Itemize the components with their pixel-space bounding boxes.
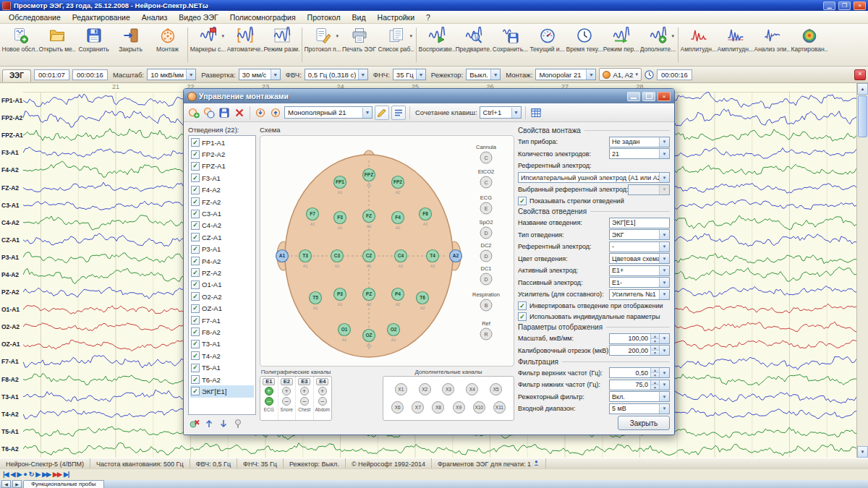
tabs-scroll-right-button[interactable]: ▶ xyxy=(12,480,22,488)
notch-select[interactable]: Выкл.▼ xyxy=(466,69,501,80)
scale-uv-mm-spinner[interactable]: 100,00▲▼▼ xyxy=(609,333,670,344)
aux-electrode-Respiration[interactable]: RespirationB xyxy=(472,291,500,311)
montage-list-button[interactable] xyxy=(391,106,406,120)
extra-channel-X3[interactable]: X3 xyxy=(442,383,454,395)
individual-params-checkbox[interactable]: ✓Использовать индивидуальные параметры xyxy=(518,312,670,322)
close-panel-button[interactable]: × xyxy=(854,69,866,80)
menu-item-5[interactable]: Протокол xyxy=(302,12,346,22)
lead-item-T6-A2[interactable]: ✓T6-A2 xyxy=(190,374,254,385)
electrode-A1[interactable]: A1 xyxy=(276,250,289,262)
toolbar-auto-analysis-button[interactable]: Автоматиче... xyxy=(226,25,263,65)
aux-electrode-DC1[interactable]: DC1D xyxy=(480,265,492,285)
calibration-segment-spinner[interactable]: 200,00▲▼▼ xyxy=(609,345,670,356)
toolbar-print-button[interactable]: Печать ЭЭГ xyxy=(341,25,378,65)
lead-item-FPZ-A1[interactable]: ✓FPZ-A1 xyxy=(190,160,254,172)
toolbar-protocol-button[interactable]: Протокол п...▾ xyxy=(304,25,341,65)
aux-electrode-Ref[interactable]: RefR xyxy=(480,320,492,340)
chevron-down-icon[interactable]: ▾ xyxy=(409,33,412,39)
amplifier-select[interactable]: Усилитель №1▼ xyxy=(609,289,670,300)
lead-checkbox[interactable]: ✓ xyxy=(191,328,200,336)
electrode-count-select[interactable]: 21▼ xyxy=(609,148,670,159)
lead-item-F3-A1[interactable]: ✓F3-A1 xyxy=(190,172,254,184)
menu-item-6[interactable]: Вид xyxy=(346,12,372,22)
lead-item-P4-A2[interactable]: ✓P4-A2 xyxy=(190,255,254,267)
close-button[interactable]: × xyxy=(854,1,866,10)
lead-reference-select[interactable]: -▼ xyxy=(609,241,670,252)
forward-button[interactable]: ▶▶ xyxy=(42,471,51,478)
extra-channel-X8[interactable]: X8 xyxy=(432,401,444,414)
scale-select[interactable]: 10 мкВ/мм▼ xyxy=(147,69,196,80)
extra-channel-X9[interactable]: X9 xyxy=(453,401,465,414)
aux-electrode-EtCO2[interactable]: EtCO2C xyxy=(478,168,495,188)
scroll-up-icon[interactable]: ▲ xyxy=(857,83,868,95)
toolbar-clock-button[interactable]: Время теку... xyxy=(566,25,603,65)
electrode-button[interactable] xyxy=(231,417,244,430)
poly-channel-E4[interactable]: E4+–Abdom xyxy=(314,377,332,420)
toolbar-save-fragment-button[interactable]: Сохранить... xyxy=(492,25,529,65)
lead-checkbox[interactable]: ✓ xyxy=(191,138,200,147)
chevron-down-icon[interactable]: ▾ xyxy=(221,33,224,39)
aux-electrode-DC2[interactable]: DC2D xyxy=(480,242,492,262)
scrollbar-thumb[interactable] xyxy=(858,95,867,137)
poly-plus-contact[interactable]: + xyxy=(265,387,273,395)
montage-table-button[interactable] xyxy=(529,106,542,119)
notch-filter-select[interactable]: Вкл.▼ xyxy=(609,391,670,402)
poly-channel-E1[interactable]: E1+–ECG xyxy=(260,377,278,420)
toolbar-markers-button[interactable]: Маркеры с...▾ xyxy=(190,25,226,65)
next-page-button[interactable]: ▶ xyxy=(35,471,40,478)
lead-checkbox[interactable]: ✓ xyxy=(191,210,200,218)
lead-item-FZ-A2[interactable]: ✓FZ-A2 xyxy=(190,196,254,207)
extra-channel-X2[interactable]: X2 xyxy=(419,383,431,395)
lead-item-T5-A1[interactable]: ✓T5-A1 xyxy=(190,361,254,373)
move-lead-up-button[interactable] xyxy=(203,417,216,430)
shortcut-select[interactable]: Ctrl+1 ▼ xyxy=(480,106,522,119)
lead-checkbox[interactable]: ✓ xyxy=(191,364,200,372)
toolbar-worklist-button[interactable]: Список раб...▾ xyxy=(378,25,414,65)
lead-item-P3-A1[interactable]: ✓P3-A1 xyxy=(190,244,254,255)
lead-checkbox[interactable]: ✓ xyxy=(191,245,200,254)
dialog-close-button[interactable]: × xyxy=(658,92,671,101)
hpf-select[interactable]: 0,5 Гц (0,318 с)▼ xyxy=(305,69,368,80)
sweep-select[interactable]: 30 мм/с▼ xyxy=(239,69,281,80)
lead-checkbox[interactable]: ✓ xyxy=(191,257,200,265)
play-button[interactable]: ▶ xyxy=(17,471,21,478)
toolbar-close-exam-button[interactable]: Закрыть xyxy=(112,25,149,65)
toolbar-montage-button[interactable]: Монтаж xyxy=(149,25,186,65)
toolbar-mapping-button[interactable]: Картирован... xyxy=(791,25,827,65)
lead-checkbox[interactable]: ✓ xyxy=(191,304,200,313)
poly-plus-contact[interactable]: + xyxy=(318,387,327,395)
scroll-down-icon[interactable]: ▼ xyxy=(857,446,868,458)
export-montage-button[interactable] xyxy=(269,106,282,119)
spinner-arrows[interactable]: ▲▼ xyxy=(650,368,659,377)
lead-item-PZ-A2[interactable]: ✓PZ-A2 xyxy=(190,267,254,278)
lead-item-FP2-A2[interactable]: ✓FP2-A2 xyxy=(190,148,254,160)
tab-eeg[interactable]: ЭЭГ xyxy=(2,69,31,82)
lead-checkbox[interactable]: ✓ xyxy=(191,197,200,206)
toolbar-preview-button[interactable]: Предварите... xyxy=(455,25,492,65)
first-page-button[interactable]: |◀ xyxy=(3,471,8,478)
lead-item-T3-A1[interactable]: ✓T3-A1 xyxy=(190,338,254,350)
lead-item-F4-A2[interactable]: ✓F4-A2 xyxy=(190,184,254,196)
poly-channel-E3[interactable]: E3+–Chest xyxy=(296,377,314,420)
lead-name-input[interactable]: ЭКГ[E1] xyxy=(609,218,670,228)
lead-item-C4-A2[interactable]: ✓C4-A2 xyxy=(190,220,254,231)
toolbar-epi-analysis-button[interactable]: Анализ эпи... xyxy=(754,25,791,65)
chevron-down-icon[interactable]: ▾ xyxy=(671,33,674,39)
fast-forward-button[interactable]: ▶▶ xyxy=(53,471,61,478)
device-type-select[interactable]: Не задан▼ xyxy=(609,137,670,147)
hpf-spinner[interactable]: 0,50▲▼▼ xyxy=(609,367,670,378)
lead-item-F7-A1[interactable]: ✓F7-A1 xyxy=(190,314,254,326)
lead-type-select[interactable]: ЭКГ▼ xyxy=(609,229,670,240)
menu-item-3[interactable]: Видео ЭЭГ xyxy=(173,12,224,22)
lead-item-O2-A2[interactable]: ✓O2-A2 xyxy=(190,291,254,302)
poly-plus-contact[interactable]: + xyxy=(300,387,309,395)
lead-item-T4-A2[interactable]: ✓T4-A2 xyxy=(190,350,254,361)
lead-checkbox[interactable]: ✓ xyxy=(191,281,200,289)
aux-electrode-Cannula[interactable]: CannulaC xyxy=(476,144,497,163)
dialog-maximize-button[interactable] xyxy=(642,92,655,101)
rename-montage-button[interactable] xyxy=(375,106,389,120)
tabs-scroll-left-button[interactable]: ◀ xyxy=(1,480,11,488)
lead-checkbox[interactable]: ✓ xyxy=(191,375,200,384)
lead-item-OZ-A1[interactable]: ✓OZ-A1 xyxy=(190,302,254,314)
spinner-arrows[interactable]: ▲▼ xyxy=(650,334,659,343)
